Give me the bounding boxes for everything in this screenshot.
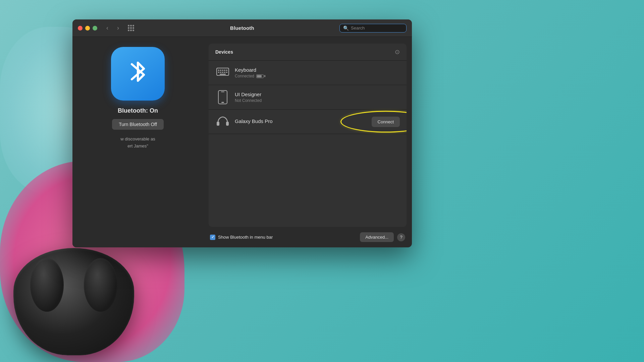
svg-rect-10 [226,72,227,73]
bluetooth-icon [123,57,153,91]
window-title: Bluetooth [230,25,254,31]
svg-rect-5 [226,70,227,71]
grid-icon [128,25,134,31]
devices-header: Devices ⊙ [209,44,407,61]
svg-rect-13 [221,102,224,103]
show-bluetooth-label: Show Bluetooth in menu bar [218,235,273,240]
galaxy-buds-info: Galaxy Buds Pro [235,118,367,125]
device-row-galaxy-buds: Galaxy Buds Pro Connect [209,110,407,134]
earbuds-case [13,248,134,355]
footer: ✓ Show Bluetooth in menu bar Advanced...… [209,227,407,247]
svg-rect-14 [221,92,224,92]
svg-rect-8 [222,72,223,73]
devices-panel: Devices ⊙ [209,44,407,227]
turn-bluetooth-off-button[interactable]: Turn Bluetooth Off [112,119,164,130]
nav-arrows: ‹ › [103,23,123,33]
ui-designer-status: Not Connected [235,98,400,103]
svg-rect-16 [226,122,229,126]
device-row-ui-designer: UI Designer Not Connected [209,85,407,110]
traffic-lights [78,26,97,31]
bluetooth-icon-wrapper [111,47,165,101]
discoverable-line1: w discoverable as [120,136,155,141]
loading-icon: ⊙ [395,48,400,56]
show-in-menubar-row: ✓ Show Bluetooth in menu bar [210,235,357,240]
galaxy-buds-name: Galaxy Buds Pro [235,118,367,124]
keyboard-name: Keyboard [235,67,400,73]
svg-rect-2 [220,70,221,71]
search-input[interactable] [351,25,403,31]
svg-rect-1 [218,70,219,71]
bluetooth-window: ‹ › Bluetooth 🔍 [72,19,412,247]
bluetooth-status: Bluetooth: On [118,107,158,114]
ui-designer-info: UI Designer Not Connected [235,92,400,103]
svg-rect-15 [217,122,219,126]
connect-button[interactable]: Connect [372,117,400,127]
search-box[interactable]: 🔍 [339,24,407,33]
keyboard-icon [215,65,230,80]
search-icon: 🔍 [343,25,349,31]
help-button[interactable]: ? [397,233,405,241]
maximize-button[interactable] [93,26,97,31]
devices-label: Devices [215,49,233,55]
svg-rect-7 [220,72,221,73]
advanced-button[interactable]: Advanced... [360,232,394,242]
svg-rect-6 [218,72,219,73]
sidebar: Bluetooth: On Turn Bluetooth Off w disco… [72,37,203,247]
app-grid-button[interactable] [126,23,136,33]
connect-btn-wrapper: Connect [372,117,400,127]
keyboard-info: Keyboard Connected [235,67,400,78]
minimize-button[interactable] [85,26,90,31]
keyboard-status: Connected [235,74,400,78]
svg-rect-9 [224,72,225,73]
svg-rect-11 [220,74,226,75]
headphone-icon [215,114,230,129]
titlebar: ‹ › Bluetooth 🔍 [72,19,412,37]
window-content: Bluetooth: On Turn Bluetooth Off w disco… [72,37,412,247]
discoverable-text: w discoverable as ert James" [120,136,155,150]
show-bluetooth-checkbox[interactable]: ✓ [210,235,215,240]
svg-rect-3 [222,70,223,71]
battery-icon [256,74,265,78]
device-row-keyboard: Keyboard Connected [209,61,407,85]
ui-designer-name: UI Designer [235,92,400,97]
main-panel: Devices ⊙ [203,37,412,247]
back-arrow[interactable]: ‹ [103,23,112,33]
discoverable-line2: ert James" [127,143,148,148]
phone-icon [215,90,230,105]
checkmark-icon: ✓ [211,235,214,239]
close-button[interactable] [78,26,83,31]
svg-rect-4 [224,70,225,71]
forward-arrow[interactable]: › [113,23,123,33]
